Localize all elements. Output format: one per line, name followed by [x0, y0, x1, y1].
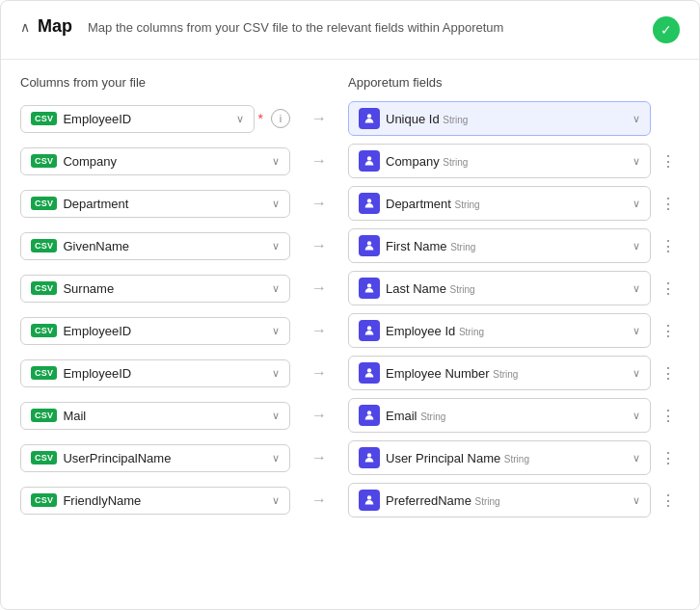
- left-column-label: Columns from your file: [20, 75, 290, 90]
- arrow-icon: →: [290, 407, 348, 424]
- field-type: String: [443, 157, 468, 168]
- field-name: First Name String: [386, 239, 475, 253]
- svg-point-0: [367, 114, 371, 118]
- csv-dropdown[interactable]: CSV Surname ∨: [20, 275, 290, 303]
- chevron-down-icon: ∨: [633, 155, 640, 168]
- more-options-button[interactable]: ⋮: [657, 404, 680, 427]
- more-options-button[interactable]: ⋮: [657, 192, 680, 215]
- info-button[interactable]: i: [271, 109, 290, 128]
- field-dropdown[interactable]: Department String ∨: [348, 186, 651, 221]
- csv-dropdown[interactable]: CSV Company ∨: [20, 147, 290, 175]
- field-name: Last Name String: [386, 281, 475, 296]
- chevron-down-icon: ∨: [272, 282, 280, 295]
- csv-dropdown[interactable]: CSV EmployeeID ∨: [20, 317, 290, 345]
- chevron-down-icon: ∨: [633, 198, 640, 210]
- chevron-down-icon: ∨: [272, 494, 280, 507]
- more-options-button[interactable]: ⋮: [657, 489, 680, 512]
- arrow-icon: →: [290, 322, 348, 339]
- header: ∧ Map Map the columns from your CSV file…: [1, 1, 699, 60]
- csv-dropdown[interactable]: CSV Mail ∨: [20, 402, 290, 430]
- svg-point-4: [367, 283, 371, 287]
- csv-dropdown[interactable]: CSV EmployeeID ∨: [20, 359, 290, 387]
- csv-value: EmployeeID: [63, 366, 266, 381]
- svg-point-8: [367, 453, 371, 457]
- field-icon: [359, 405, 380, 426]
- csv-value: UserPrincipalName: [63, 451, 266, 465]
- chevron-down-icon: ∨: [633, 494, 640, 507]
- field-name: Company String: [386, 154, 468, 169]
- csv-value: FriendlyName: [63, 493, 266, 508]
- csv-dropdown[interactable]: CSV GivenName ∨: [20, 232, 290, 260]
- chevron-down-icon: ∨: [633, 452, 640, 464]
- chevron-down-icon: ∨: [236, 113, 244, 125]
- field-icon: [359, 320, 380, 341]
- csv-badge: CSV: [31, 154, 57, 168]
- mapping-row: CSV EmployeeID ∨ *i→ Unique Id String ∨: [20, 101, 680, 136]
- field-dropdown[interactable]: PreferredName String ∨: [348, 483, 651, 517]
- more-options-button[interactable]: ⋮: [657, 277, 680, 300]
- more-options-button[interactable]: ⋮: [657, 361, 680, 385]
- chevron-down-icon: ∨: [633, 240, 640, 252]
- mapping-row: CSV Surname ∨ → Last Name String ∨ ⋮: [20, 271, 680, 305]
- arrow-icon: →: [290, 449, 348, 466]
- field-type: String: [493, 369, 518, 380]
- csv-badge: CSV: [31, 451, 57, 464]
- chevron-down-icon: ∨: [272, 452, 280, 464]
- required-star: *: [258, 111, 263, 126]
- csv-badge: CSV: [31, 324, 57, 337]
- svg-point-5: [367, 326, 371, 330]
- csv-dropdown[interactable]: CSV Department ∨: [20, 190, 290, 218]
- chevron-down-icon: ∨: [272, 410, 280, 422]
- field-icon: [359, 362, 380, 384]
- field-dropdown[interactable]: First Name String ∨: [348, 228, 651, 263]
- svg-point-3: [367, 241, 371, 245]
- complete-check-icon: ✓: [653, 16, 680, 43]
- more-options-button[interactable]: ⋮: [657, 319, 680, 342]
- field-dropdown[interactable]: Email String ∨: [348, 398, 651, 433]
- field-dropdown[interactable]: Employee Number String ∨: [348, 356, 651, 390]
- field-type: String: [459, 327, 484, 337]
- field-dropdown[interactable]: Company String ∨: [348, 144, 651, 178]
- svg-point-1: [367, 156, 371, 160]
- field-icon: [359, 235, 380, 256]
- field-name: Department String: [386, 197, 480, 211]
- chevron-down-icon: ∨: [633, 113, 640, 125]
- csv-value: Department: [63, 197, 266, 211]
- csv-badge: CSV: [31, 366, 57, 380]
- field-name: Unique Id String: [386, 112, 468, 126]
- csv-dropdown[interactable]: CSV UserPrincipalName ∨: [20, 444, 290, 472]
- chevron-down-icon: ∨: [633, 325, 640, 337]
- field-icon: [359, 447, 380, 468]
- mapping-rows: CSV EmployeeID ∨ *i→ Unique Id String ∨ …: [20, 101, 680, 517]
- field-dropdown[interactable]: Last Name String ∨: [348, 271, 651, 305]
- chevron-down-icon: ∨: [272, 367, 280, 380]
- csv-dropdown[interactable]: CSV EmployeeID ∨: [20, 105, 255, 133]
- csv-badge: CSV: [31, 112, 57, 125]
- mapping-row: CSV EmployeeID ∨ → Employee Id String ∨ …: [20, 313, 680, 348]
- more-options-button[interactable]: ⋮: [657, 149, 680, 172]
- field-dropdown[interactable]: Employee Id String ∨: [348, 313, 651, 348]
- chevron-down-icon: ∨: [272, 155, 280, 168]
- svg-point-9: [367, 495, 371, 499]
- csv-value: Surname: [63, 281, 266, 296]
- field-icon: [359, 490, 380, 511]
- csv-badge: CSV: [31, 281, 57, 295]
- csv-value: EmployeeID: [63, 324, 266, 338]
- mapping-row: CSV EmployeeID ∨ → Employee Number Strin…: [20, 356, 680, 390]
- more-options-button[interactable]: ⋮: [657, 446, 680, 469]
- columns-header: Columns from your file Apporetum fields: [20, 75, 680, 90]
- chevron-down-icon: ∨: [633, 282, 640, 295]
- field-type: String: [504, 454, 529, 464]
- more-options-button[interactable]: ⋮: [657, 234, 680, 257]
- field-dropdown[interactable]: Unique Id String ∨: [348, 101, 651, 136]
- csv-badge: CSV: [31, 409, 57, 422]
- csv-badge: CSV: [31, 197, 57, 210]
- csv-dropdown[interactable]: CSV FriendlyName ∨: [20, 487, 290, 515]
- field-icon: [359, 150, 380, 172]
- arrow-icon: →: [290, 110, 348, 127]
- collapse-icon[interactable]: ∧: [20, 19, 30, 35]
- field-dropdown[interactable]: User Principal Name String ∨: [348, 440, 651, 475]
- csv-value: Mail: [63, 409, 266, 423]
- mapping-row: CSV Department ∨ → Department String ∨ ⋮: [20, 186, 680, 221]
- header-description: Map the columns from your CSV file to th…: [88, 16, 637, 37]
